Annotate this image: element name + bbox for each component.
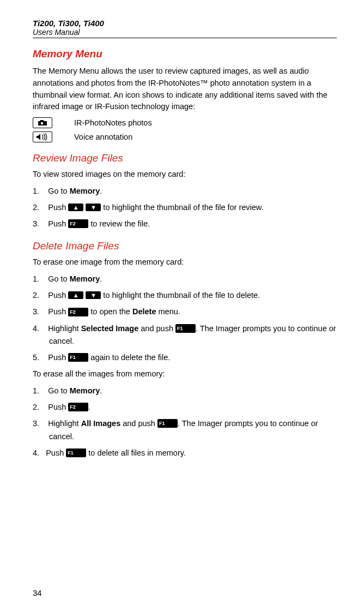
step-delone-3: 3. Push F2 to open the Delete menu. [33, 306, 337, 318]
svg-point-0 [41, 122, 43, 124]
text: menu. [156, 307, 180, 316]
step-review-2: 2. Push ▲ ▼ to highlight the thumbnail o… [33, 201, 337, 214]
down-arrow-button: ▼ [86, 204, 101, 211]
text-bold: Memory [70, 386, 100, 395]
text: and push [120, 419, 157, 428]
text: Push [46, 448, 66, 457]
text-bold: Delete [132, 307, 156, 316]
intro-review-files: To view stored images on the memory card… [33, 169, 337, 181]
icon-label-voice: Voice annotation [74, 133, 132, 141]
page-header: Ti200, Ti300, Ti400 Users Manual [33, 19, 337, 38]
f1-button: F1 [68, 353, 88, 362]
intro-delete-one: To erase one image from the memory card: [33, 256, 337, 268]
text: Push [48, 203, 68, 212]
text-bold: Memory [70, 187, 100, 195]
f2-button: F2 [68, 403, 88, 411]
text: Go to [48, 187, 70, 195]
page-number: 34 [33, 588, 42, 597]
text: Highlight [48, 324, 81, 333]
text: Push [48, 353, 68, 362]
text: Go to [48, 274, 70, 283]
step-delone-2: 2. Push ▲ ▼ to highlight the thumbnail o… [33, 289, 337, 302]
step-delall-3: 3. Highlight All Images and push F1. The… [33, 417, 337, 442]
text: . [100, 274, 102, 283]
step-delone-1: 1. Go to Memory. [33, 273, 337, 285]
text: to highlight the thumbnail of the file f… [101, 203, 263, 212]
text: to highlight the thumbnail of the file t… [101, 291, 260, 300]
f1-button: F1 [175, 324, 196, 333]
text: to open the [88, 307, 132, 316]
f2-button: F2 [68, 308, 88, 316]
text: . [100, 187, 102, 195]
camera-icon [33, 117, 52, 128]
text: Push [48, 307, 68, 316]
up-arrow-button: ▲ [68, 204, 83, 211]
page-container: Ti200, Ti300, Ti400 Users Manual Memory … [0, 0, 364, 616]
icon-row-voice: Voice annotation [33, 131, 337, 142]
heading-delete-files: Delete Image Files [33, 240, 337, 252]
heading-memory-menu: Memory Menu [33, 48, 337, 60]
text: to review the file. [88, 219, 150, 228]
step-delall-4: 4. Push F1 to delete all files in memory… [33, 447, 337, 459]
icon-label-photonotes: IR-PhotoNotes photos [74, 118, 152, 127]
text: and push [138, 324, 175, 333]
header-doctype: Users Manual [33, 28, 337, 37]
step-delone-5: 5. Push F1 again to delete the file. [33, 351, 337, 364]
text: Go to [48, 386, 70, 395]
text-bold: Selected Image [81, 324, 139, 333]
f2-button: F2 [68, 219, 88, 228]
f1-button: F1 [66, 448, 86, 457]
header-product: Ti200, Ti300, Ti400 [33, 19, 337, 28]
step-delall-2: 2. Push F2. [33, 401, 337, 414]
step-review-1: 1. Go to Memory. [33, 185, 337, 198]
step-review-3: 3. Push F2 to review the file. [33, 218, 337, 230]
text: to delete all files in memory. [86, 448, 186, 457]
text: Push [48, 291, 68, 300]
intro-delete-all: To erase all the images from memory: [33, 368, 337, 380]
text: . [88, 403, 90, 411]
text-bold: All Images [81, 419, 121, 428]
text: again to delete the file. [88, 353, 170, 362]
up-arrow-button: ▲ [68, 291, 83, 299]
down-arrow-button: ▼ [86, 291, 101, 299]
text-bold: Memory [70, 274, 100, 283]
f1-button: F1 [157, 419, 178, 428]
intro-memory-menu: The Memory Menu allows the user to revie… [33, 65, 337, 113]
text: . [100, 386, 102, 395]
step-delone-4: 4. Highlight Selected Image and push F1.… [33, 322, 337, 348]
speaker-icon [33, 131, 52, 142]
heading-review-files: Review Image Files [33, 152, 337, 164]
icon-row-photonotes: IR-PhotoNotes photos [33, 117, 337, 128]
text: Highlight [48, 419, 81, 428]
text: Push [48, 403, 68, 411]
step-delall-1: 1. Go to Memory. [33, 385, 337, 397]
text: Push [48, 219, 68, 228]
